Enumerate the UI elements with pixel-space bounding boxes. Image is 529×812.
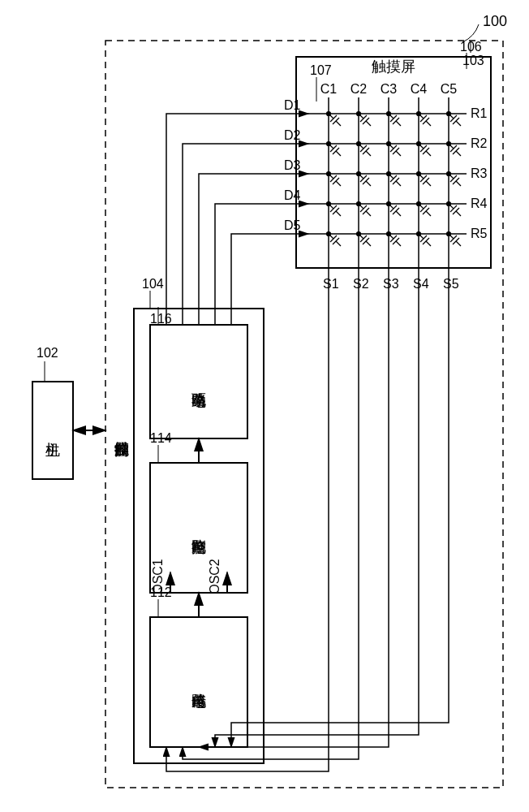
svg-line-152 [426,241,431,246]
svg-line-74 [419,144,424,149]
svg-text:D5: D5 [284,218,301,232]
svg-line-154 [449,234,454,239]
svg-line-107 [456,181,461,186]
svg-line-124 [419,204,424,209]
svg-line-59 [329,144,333,149]
svg-line-149 [419,234,424,239]
svg-line-89 [359,174,363,179]
svg-line-67 [366,151,371,156]
svg-text:R2: R2 [471,136,488,150]
controller-label: 触摸控制器 [114,442,129,457]
svg-text:D3: D3 [284,158,301,172]
svg-line-34 [329,114,333,119]
osc1-label: OSC1 [151,559,165,594]
svg-text:D1: D1 [284,98,301,112]
svg-line-109 [329,204,333,209]
touchscreen-label: 触摸屏 [372,58,415,75]
svg-text:R3: R3 [471,166,488,180]
svg-line-122 [396,211,401,216]
svg-line-87 [336,181,341,186]
svg-text:S4: S4 [413,277,429,291]
svg-line-127 [426,211,431,216]
row-labels: R1 R2 R3 R4 R5 [471,106,488,240]
svg-line-99 [419,174,424,179]
svg-line-52 [426,121,431,126]
svg-text:R1: R1 [471,106,488,120]
svg-text:C5: C5 [441,82,458,96]
osc2-label: OSC2 [208,559,221,594]
svg-line-142 [366,241,371,246]
driving-label: 驱动电路 [191,393,206,408]
svg-text:S5: S5 [443,277,459,291]
svg-line-117 [366,211,371,216]
svg-line-72 [396,151,401,156]
svg-line-139 [359,234,363,239]
svg-line-44 [389,114,394,119]
svg-line-134 [329,234,333,239]
svg-text:C1: C1 [320,82,338,96]
svg-line-82 [456,151,461,156]
svg-line-84 [329,174,333,179]
controller-block [134,309,264,763]
svg-line-114 [359,204,363,209]
sensing-label: 传感电路 [191,693,206,708]
svg-line-119 [389,204,394,209]
ref-104: 104 [142,277,164,291]
svg-line-147 [396,241,401,246]
svg-line-102 [426,181,431,186]
svg-text:C4: C4 [411,82,428,96]
svg-line-54 [449,114,454,119]
ref-106: 106 [460,40,482,54]
svg-line-132 [456,211,461,216]
svg-text:S2: S2 [353,277,369,291]
svg-line-69 [389,144,394,149]
svg-line-157 [456,241,461,246]
svg-line-79 [449,144,454,149]
svg-text:S3: S3 [383,277,399,291]
svg-line-39 [359,114,363,119]
svg-line-47 [396,121,401,126]
svg-text:C3: C3 [381,82,398,96]
control-block [150,463,247,593]
host-label: 主机 [45,443,60,457]
svg-line-64 [359,144,363,149]
svg-line-49 [419,114,424,119]
ref-100: 100 [483,13,507,29]
svg-text:S1: S1 [323,277,339,291]
ref-116: 116 [150,312,172,326]
svg-line-62 [336,151,341,156]
svg-rect-0 [32,382,73,479]
svg-text:R5: R5 [471,227,488,240]
svg-line-94 [389,174,394,179]
svg-text:D4: D4 [284,188,301,202]
control-label: 控制电路 [191,539,206,555]
svg-line-112 [336,211,341,216]
svg-line-144 [389,234,394,239]
svg-text:D2: D2 [284,128,301,142]
device-boundary [105,41,503,788]
svg-text:R4: R4 [471,197,488,210]
svg-line-137 [336,241,341,246]
svg-line-97 [396,181,401,186]
sensing-block [150,617,247,747]
svg-line-77 [426,151,431,156]
svg-line-57 [456,121,461,126]
svg-line-42 [366,121,371,126]
svg-line-129 [449,204,454,209]
svg-line-37 [336,121,341,126]
driving-block [150,325,247,438]
ref-103: 103 [462,54,484,67]
ref-107: 107 [310,63,332,77]
ref-102: 102 [37,346,58,360]
svg-line-104 [449,174,454,179]
svg-text:C2: C2 [351,82,368,96]
touch-nodes [327,112,462,247]
col-labels: C1 C2 C3 C4 C5 [320,82,458,96]
host-block: 主机 102 [32,346,73,479]
svg-line-92 [366,181,371,186]
